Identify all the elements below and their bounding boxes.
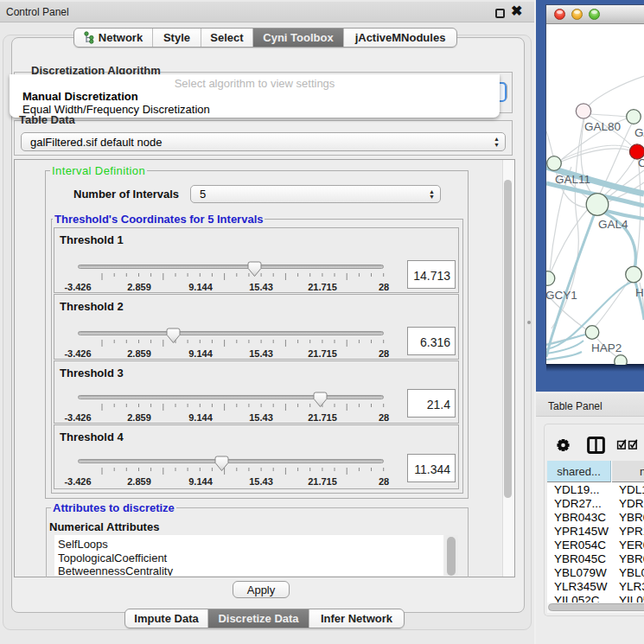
svg-text:GAL4: GAL4 (598, 218, 628, 231)
svg-text:GAL11: GAL11 (555, 173, 590, 186)
svg-text:HAP2: HAP2 (591, 341, 622, 354)
svg-text:HI: HI (635, 286, 644, 299)
svg-text:GAL80: GAL80 (584, 120, 621, 133)
svg-text:GCY1: GCY1 (546, 289, 577, 302)
svg-text:CY: CY (638, 156, 644, 169)
svg-text:GAL7: GAL7 (634, 126, 644, 139)
